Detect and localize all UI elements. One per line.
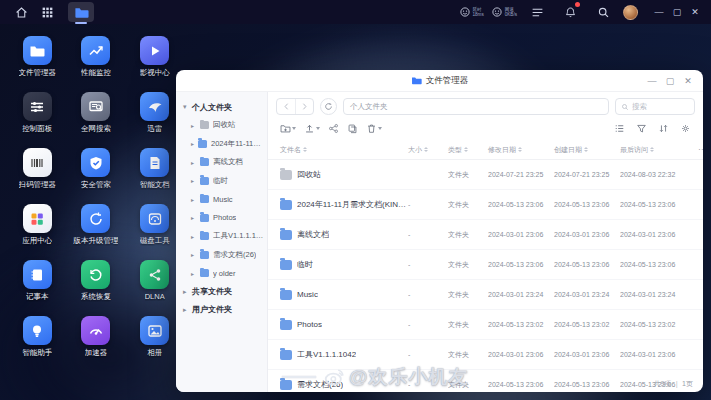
folder-icon: [280, 320, 292, 330]
taskbar: 延时18ms 网速0KB/s — ▢ ✕: [0, 0, 711, 24]
folder-icon: [280, 290, 292, 300]
desktop-icon-app-center[interactable]: 应用中心: [8, 204, 67, 260]
delete-button[interactable]: [362, 121, 386, 136]
taskbar-app-file-manager[interactable]: [68, 2, 94, 22]
list-view-button[interactable]: [610, 121, 629, 136]
client-window-controls: — ▢ ✕: [651, 3, 703, 21]
task-list-icon[interactable]: [529, 4, 545, 20]
folder-icon: [411, 75, 422, 86]
desktop-icon-assistant[interactable]: 智能助手: [8, 316, 67, 372]
search-icon[interactable]: [595, 4, 611, 20]
folder-icon: [280, 260, 292, 270]
client-minimize-button[interactable]: —: [651, 3, 667, 21]
forward-button[interactable]: [295, 99, 313, 114]
copy-button[interactable]: [343, 121, 362, 136]
sidebar-item-y-older[interactable]: ▸y older: [176, 264, 267, 283]
disk-icon: [147, 211, 163, 227]
launcher-grid-icon[interactable]: [39, 4, 55, 20]
sidebar-root-shared[interactable]: ▸共享文件夹: [176, 283, 267, 301]
folder-icon: [200, 269, 209, 277]
desktop-icon-performance[interactable]: 性能监控: [67, 36, 126, 92]
upload-icon: [304, 123, 315, 134]
table-row[interactable]: 2024年11-11月需求文档(KIN10) -文件夹 2024-05-13 2…: [268, 190, 703, 220]
new-folder-button[interactable]: [276, 121, 300, 136]
maximize-button[interactable]: ▢: [661, 72, 679, 90]
new-folder-icon: [280, 123, 291, 134]
column-header-accessed[interactable]: 最后访问: [620, 145, 698, 155]
minimize-button[interactable]: —: [643, 72, 661, 90]
refresh-button[interactable]: [320, 98, 337, 115]
desktop-icon-grid: 文件管理器 性能监控 影视中心 控制面板 全网搜索 迅雷 扫码管理器 安全管家 …: [8, 36, 184, 372]
table-row[interactable]: Photos -文件夹 2024-05-13 23:022024-05-13 2…: [268, 310, 703, 340]
search-input[interactable]: [632, 102, 689, 111]
sidebar-item-tools[interactable]: ▸工具V1.1.1.1042: [176, 227, 267, 246]
search-box[interactable]: [615, 98, 695, 115]
table-row[interactable]: Music -文件夹 2024-03-01 23:242024-03-01 23…: [268, 280, 703, 310]
update-icon: [88, 211, 104, 227]
close-button[interactable]: ✕: [679, 72, 697, 90]
status-bar: 共9项 ｜ 1页: [653, 379, 693, 389]
column-header-size[interactable]: 大小: [408, 145, 448, 155]
sidebar-item-recycle-bin[interactable]: ▸回收站: [176, 116, 267, 135]
notification-badge: [575, 2, 580, 7]
file-list: 回收站 文件夹 2024-07-21 23:252024-07-21 23:25…: [268, 160, 703, 392]
sidebar-root-personal[interactable]: ▾个人文件夹: [176, 98, 267, 116]
desktop-icon-global-search[interactable]: 全网搜索: [67, 92, 126, 148]
folder-icon: [280, 350, 292, 360]
sidebar-item-requirement-docs[interactable]: ▸需求文档(26): [176, 246, 267, 265]
table-row[interactable]: 离线文档 -文件夹 2024-03-01 23:062024-03-01 23:…: [268, 220, 703, 250]
gallery-icon: [147, 323, 163, 339]
back-button[interactable]: [277, 99, 295, 114]
navigation-bar: 个人文件夹: [268, 92, 703, 119]
sidebar-item-music[interactable]: ▸Music: [176, 190, 267, 209]
filter-button[interactable]: [632, 121, 651, 136]
table-row[interactable]: 工具V1.1.1.1042 -文件夹 2024-03-01 23:062024-…: [268, 340, 703, 370]
document-icon: [147, 155, 163, 171]
desktop-icon-control-panel[interactable]: 控制面板: [8, 92, 67, 148]
client-close-button[interactable]: ✕: [687, 3, 703, 21]
column-header-created[interactable]: 创建日期: [554, 145, 620, 155]
sidebar-item-2024-docs[interactable]: ▸2024年11-11月需求文档(KIN10): [176, 135, 267, 154]
table-row[interactable]: 回收站 文件夹 2024-07-21 23:252024-07-21 23:25…: [268, 160, 703, 190]
desktop-icon-scan-manager[interactable]: 扫码管理器: [8, 148, 67, 204]
upload-button[interactable]: [300, 121, 324, 136]
network-speed-meter: 网速0KB/s: [491, 6, 517, 18]
desktop-icon-booster[interactable]: 加速器: [67, 316, 126, 372]
shield-icon: [88, 155, 104, 171]
table-row[interactable]: 临时 -文件夹 2024-05-13 23:062024-05-13 23:06…: [268, 250, 703, 280]
column-header-more[interactable]: ⋯: [698, 145, 703, 154]
folder-icon: [280, 200, 292, 210]
column-header-type[interactable]: 类型: [448, 145, 488, 155]
trash-folder-icon: [200, 121, 209, 129]
desktop-icon-version-update[interactable]: 版本升级管理: [67, 204, 126, 260]
home-icon[interactable]: [13, 4, 29, 20]
window-titlebar[interactable]: 文件管理器 — ▢ ✕: [176, 70, 703, 92]
latency-meter: 延时18ms: [459, 6, 484, 18]
sort-button[interactable]: [654, 121, 673, 136]
sidebar: ▾个人文件夹 ▸回收站 ▸2024年11-11月需求文档(KIN10) ▸离线文…: [176, 92, 268, 392]
desktop-icon-file-manager[interactable]: 文件管理器: [8, 36, 67, 92]
sidebar-root-user[interactable]: ▸用户文件夹: [176, 301, 267, 319]
column-header-modified[interactable]: 修改日期: [488, 145, 554, 155]
settings-button[interactable]: [676, 121, 695, 136]
user-avatar[interactable]: [623, 5, 638, 20]
gauge-icon: [88, 323, 104, 339]
desktop-icon-notepad[interactable]: 记事本: [8, 260, 67, 316]
desktop-icon-security[interactable]: 安全管家: [67, 148, 126, 204]
client-maximize-button[interactable]: ▢: [669, 3, 685, 21]
trash-folder-icon: [280, 170, 292, 180]
table-row[interactable]: 需求文档(26) -文件夹 2024-05-13 23:062024-05-13…: [268, 370, 703, 392]
sidebar-item-temp[interactable]: ▸临时: [176, 172, 267, 191]
notification-bell-icon[interactable]: [562, 4, 578, 20]
address-bar[interactable]: 个人文件夹: [343, 98, 609, 115]
sidebar-item-offline-docs[interactable]: ▸离线文档: [176, 153, 267, 172]
window-title: 文件管理器: [426, 75, 469, 87]
share-button[interactable]: [324, 121, 343, 136]
column-header-name[interactable]: 文件名: [280, 145, 408, 155]
folder-icon: [200, 251, 209, 259]
desktop-icon-system-restore[interactable]: 系统恢复: [67, 260, 126, 316]
folder-icon: [280, 380, 292, 390]
sidebar-item-photos[interactable]: ▸Photos: [176, 209, 267, 228]
folder-icon: [198, 140, 207, 148]
folder-icon: [200, 214, 209, 222]
